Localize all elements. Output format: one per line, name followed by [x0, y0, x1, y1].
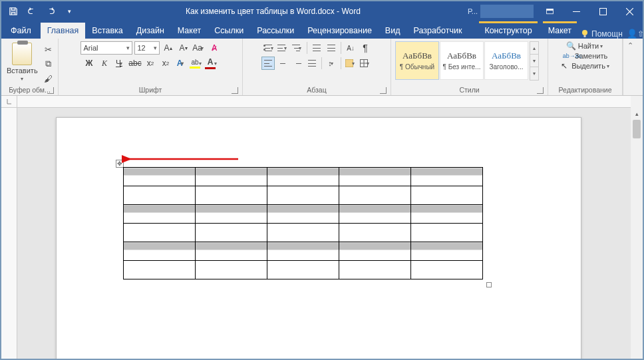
svg-rect-5 [584, 35, 586, 37]
bullets-button[interactable]: ▾ [261, 41, 275, 55]
tab-references[interactable]: Ссылки [208, 23, 250, 39]
undo-button[interactable] [24, 3, 40, 19]
word-window: ▾ Как изменить цвет таблицы в Word.docx … [0, 0, 644, 360]
account-icon[interactable]: 👤 [627, 29, 637, 39]
select-button[interactable]: ↖Выделить▾ [560, 61, 611, 71]
page: ✥ [56, 117, 581, 360]
change-case-button[interactable]: Aa▾ [192, 41, 206, 55]
svg-point-4 [582, 30, 587, 35]
shading-button[interactable]: ▾ [344, 57, 357, 70]
grow-font-button[interactable]: A▴ [162, 41, 175, 55]
show-marks-button[interactable]: ¶ [359, 41, 372, 55]
ribbon-tabs: Файл Главная Вставка Дизайн Макет Ссылки… [1, 21, 643, 39]
clear-formatting-button[interactable]: A̷ [208, 41, 221, 55]
qat-customize[interactable]: ▾ [61, 3, 77, 19]
tab-design[interactable]: Дизайн [130, 23, 171, 39]
tab-file[interactable]: Файл [1, 23, 41, 39]
underline-button[interactable]: Ч▾ [113, 57, 126, 70]
user-account-badge[interactable] [480, 5, 534, 18]
scroll-thumb[interactable] [631, 120, 643, 360]
tab-home[interactable]: Главная [41, 23, 86, 39]
italic-button[interactable]: К [98, 57, 111, 70]
text-effects-button[interactable]: A▾ [174, 57, 188, 70]
superscript-button[interactable]: x2 [159, 57, 172, 70]
align-center-button[interactable] [276, 57, 289, 70]
align-left-button[interactable] [261, 57, 275, 70]
tab-selector[interactable] [1, 96, 17, 108]
font-launcher[interactable] [232, 87, 238, 94]
redo-button[interactable] [43, 3, 59, 19]
collapse-ribbon-button[interactable]: ⌃ [623, 39, 637, 95]
subscript-button[interactable]: x2 [144, 57, 157, 70]
tab-table-design[interactable]: Конструктор [479, 23, 537, 39]
group-editing: 🔍Найти▾ ab→acЗаменить ↖Выделить▾ Редакти… [548, 39, 623, 95]
cut-button[interactable]: ✂ [42, 43, 55, 56]
style-no-spacing[interactable]: АаБбВв¶ Без инте... [440, 41, 484, 80]
page-viewport[interactable]: ✥ [17, 108, 631, 360]
line-spacing-button[interactable]: ↕▾ [325, 57, 338, 70]
share-button[interactable]: ⇧ [637, 29, 644, 39]
style-normal[interactable]: АаБбВв¶ Обычный [395, 41, 439, 80]
maximize-button[interactable] [589, 1, 616, 21]
horizontal-ruler[interactable] [17, 96, 631, 108]
font-size-combo[interactable]: 12 [134, 41, 160, 55]
style-heading1[interactable]: АаБбВвЗаголово... [484, 41, 528, 80]
tell-me[interactable]: Помощн [577, 29, 627, 39]
font-color-button[interactable]: A▾ [205, 57, 218, 70]
scroll-up-button[interactable]: ▴ [631, 108, 643, 120]
ribbon-options-button[interactable] [536, 1, 563, 21]
font-name-combo[interactable]: Arial [80, 41, 132, 55]
strikethrough-button[interactable]: abc [128, 57, 142, 70]
sort-button[interactable]: A↓ [344, 41, 357, 55]
tab-mailings[interactable]: Рассылки [250, 23, 301, 39]
replace-icon: ab→ac [563, 53, 572, 59]
svg-rect-1 [546, 9, 553, 10]
increase-indent-button[interactable] [325, 41, 338, 55]
tab-review[interactable]: Рецензирование [301, 23, 379, 39]
decrease-indent-button[interactable] [310, 41, 323, 55]
presenting-indicator: P... [465, 7, 480, 15]
quick-access-toolbar: ▾ [1, 3, 81, 19]
justify-button[interactable] [305, 57, 319, 70]
format-painter-button[interactable]: 🖌 [42, 72, 55, 85]
tab-view[interactable]: Вид [379, 23, 407, 39]
svg-rect-3 [599, 8, 606, 15]
minimize-button[interactable] [563, 1, 589, 21]
group-paragraph: ▾ ▾ ▾ A↓ ¶ ↕▾ [243, 39, 391, 95]
find-button[interactable]: 🔍Найти▾ [566, 41, 604, 51]
multilevel-list-button[interactable]: ▾ [291, 41, 304, 55]
shrink-font-button[interactable]: A▾ [177, 41, 190, 55]
replace-button[interactable]: ab→acЗаменить [563, 52, 607, 60]
clipboard-icon [12, 43, 32, 65]
group-font: Arial 12 A▴ A▾ Aa▾ A̷ Ж К Ч▾ abc x2 x2 A… [59, 39, 243, 95]
document-area: ✥ ▴ ▾ [1, 96, 643, 360]
tab-table-layout[interactable]: Макет [543, 23, 577, 39]
borders-button[interactable]: ▾ [359, 57, 372, 70]
document-table[interactable] [123, 167, 483, 279]
paragraph-launcher[interactable] [380, 87, 387, 94]
tab-layout[interactable]: Макет [171, 23, 208, 39]
styles-launcher[interactable] [537, 87, 544, 94]
tab-developer[interactable]: Разработчик [406, 23, 468, 39]
annotation-arrow [122, 154, 242, 164]
paste-button[interactable]: Вставить ▾ [4, 41, 41, 83]
align-right-button[interactable] [291, 57, 304, 70]
window-controls [536, 1, 643, 21]
lightbulb-icon [581, 29, 589, 39]
bold-button[interactable]: Ж [82, 57, 96, 70]
ribbon: Вставить ▾ ✂ ⧉ 🖌 Буфер обм... Arial 12 A… [1, 39, 643, 96]
close-button[interactable] [616, 1, 643, 21]
svg-rect-2 [573, 11, 580, 12]
clipboard-launcher[interactable] [47, 87, 54, 94]
highlight-button[interactable]: ab▾ [190, 57, 203, 70]
vertical-ruler[interactable] [1, 108, 17, 360]
table-resize-handle[interactable] [486, 282, 492, 287]
numbering-button[interactable]: ▾ [276, 41, 289, 55]
tab-insert[interactable]: Вставка [85, 23, 129, 39]
group-styles: АаБбВв¶ Обычный АаБбВв¶ Без инте... АаБб… [391, 39, 548, 95]
group-clipboard: Вставить ▾ ✂ ⧉ 🖌 Буфер обм... [1, 39, 59, 95]
copy-button[interactable]: ⧉ [42, 57, 55, 71]
styles-gallery-scroll[interactable]: ▴▾▾ [530, 41, 539, 81]
vertical-scrollbar[interactable]: ▴ ▾ [631, 108, 643, 360]
save-button[interactable] [5, 3, 21, 19]
